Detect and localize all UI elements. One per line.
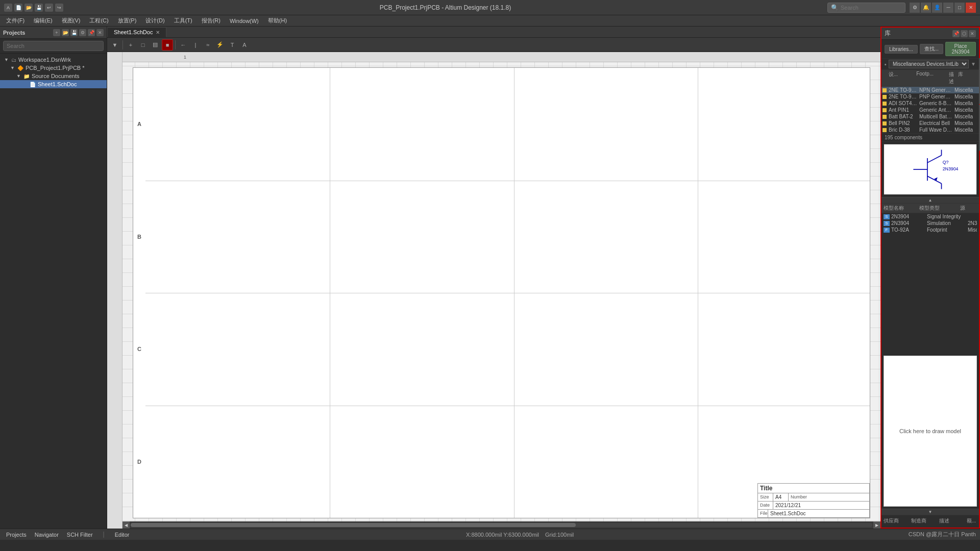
tab-bar: Sheet1.SchDoc ✕	[107, 27, 880, 38]
close-btn[interactable]: ✕	[966, 3, 976, 13]
panel-pin-btn[interactable]: 📌	[88, 29, 95, 36]
menu-window[interactable]: Window(W)	[226, 17, 263, 25]
minimize-btn[interactable]: ─	[943, 3, 953, 13]
lib-row-1-desc: PNP General Purp	[918, 94, 953, 99]
ruler-horizontal: 1	[122, 52, 880, 62]
status-tab-sch-filter[interactable]: SCH Filter	[65, 531, 95, 539]
add-figure-btn[interactable]: A	[239, 39, 250, 51]
menu-report[interactable]: 报告(R)	[198, 16, 225, 26]
tb-file-row: File Sheet1.SchDoc	[758, 510, 869, 517]
menu-project[interactable]: 工程(C)	[85, 16, 112, 26]
h-scrollbar-thumb[interactable]	[131, 523, 576, 527]
new-icon[interactable]: 📄	[14, 4, 22, 12]
scroll-down-arrow[interactable]: ▼	[881, 509, 979, 515]
v-div-3	[698, 68, 698, 518]
status-tab-projects[interactable]: Projects	[4, 531, 29, 539]
add-text-btn[interactable]: T	[227, 39, 238, 51]
lib-row-3[interactable]: Ant PIN1 Generic Antenna Miscella	[881, 107, 979, 113]
model-col-name: 模型名称	[884, 205, 919, 212]
library-select[interactable]: Miscellaneous Devices.IntLib	[889, 60, 969, 68]
lib-row-5[interactable]: Bell PIN2 Electrical Bell Miscella	[881, 120, 979, 127]
lib-more-btn[interactable]: ▼	[971, 61, 976, 67]
tab-close-icon[interactable]: ✕	[156, 30, 160, 35]
h-scrollbar-track[interactable]	[131, 523, 872, 527]
panel-close-btn[interactable]: ✕	[96, 29, 104, 36]
panel-save-btn[interactable]: 💾	[70, 29, 78, 36]
undo-icon[interactable]: ↩	[45, 4, 53, 12]
settings-btn[interactable]: ⚙	[910, 3, 920, 13]
add-net-btn[interactable]: ▤	[150, 39, 161, 51]
menu-edit[interactable]: 编辑(E)	[30, 16, 57, 26]
panel-new-btn[interactable]: +	[53, 29, 60, 36]
menu-help[interactable]: 帮助(H)	[264, 16, 291, 26]
scroll-left-btn[interactable]: ◀	[122, 521, 130, 529]
lib-panel-pin-btn[interactable]: 📌	[952, 30, 960, 37]
lib-row-5-lib: Miscella	[953, 120, 979, 126]
model-cell-2-name: TO-92A	[891, 227, 927, 233]
schematic-area[interactable]: 1 A B C D	[107, 52, 880, 529]
search-btn[interactable]: 查找...	[920, 44, 943, 54]
status-tab-editor[interactable]: Editor	[113, 531, 132, 539]
add-bus-btn[interactable]: □	[137, 39, 149, 51]
filter-btn[interactable]: ▼	[109, 39, 120, 51]
highlight-btn[interactable]: ■	[162, 39, 173, 51]
model-row-2[interactable]: F TO-92A Footprint Miscellaneous E	[881, 227, 979, 233]
lib-row-4[interactable]: Batt BAT-2 Multicell Battery Miscella	[881, 113, 979, 120]
status-sep: |	[103, 531, 105, 539]
tree-project[interactable]: ▼ 🔶 PCB_Project1.PrjPCB *	[0, 64, 107, 72]
lib-row-4-lib: Miscella	[953, 114, 979, 119]
title-search-box[interactable]: 🔍	[827, 3, 905, 13]
lib-row-2[interactable]: ADI SOT403 Generic 8-Bit A/D Miscella	[881, 100, 979, 107]
panel-controls: + 📂 💾 ⚙ 📌 ✕	[53, 29, 104, 36]
h-scrollbar[interactable]: ◀ ▶	[122, 521, 880, 529]
tb-size-label: Size	[758, 493, 773, 501]
libraries-btn[interactable]: Libraries...	[885, 45, 918, 54]
menu-tools[interactable]: 工具(T)	[170, 16, 197, 26]
library-panel-title: 库	[885, 29, 891, 38]
status-tabs: Projects Navigator SCH Filter	[4, 531, 95, 539]
menu-file[interactable]: 文件(F)	[2, 16, 29, 26]
tree-workspace[interactable]: ▼ 🗂 Workspace1.DsnWrk	[0, 56, 107, 64]
lib-row-5-desc: Electrical Bell	[918, 120, 953, 126]
menu-place[interactable]: 放置(P)	[114, 16, 141, 26]
add-no-erc-btn[interactable]: ≈	[202, 39, 213, 51]
title-search-input[interactable]	[841, 5, 902, 11]
add-junction-btn[interactable]: |	[190, 39, 201, 51]
project-icon: 🔶	[17, 65, 23, 71]
lib-row-6[interactable]: Bric D-38 Full Wave Diode B Miscella	[881, 127, 979, 133]
place-btn[interactable]: Place 2N3904	[945, 42, 976, 56]
notification-btn[interactable]: 🔔	[921, 3, 931, 13]
lib-panel-close-btn[interactable]: ✕	[969, 30, 976, 37]
user-btn[interactable]: 👤	[932, 3, 942, 13]
add-wire-btn[interactable]: +	[125, 39, 136, 51]
maximize-btn[interactable]: □	[954, 3, 965, 13]
save-icon[interactable]: 💾	[35, 4, 43, 12]
tree-sheet[interactable]: 📄 Sheet1.SchDoc	[0, 80, 107, 88]
scroll-right-btn[interactable]: ▶	[873, 521, 880, 529]
supplier-section: 供应商 制造商 描述 额...	[881, 515, 979, 528]
scroll-up-arrow[interactable]: ▲	[881, 197, 979, 203]
add-power-btn[interactable]: ⚡	[214, 39, 226, 51]
tb-file-label: File	[758, 510, 768, 517]
menu-design[interactable]: 设计(D)	[141, 16, 168, 26]
status-tab-navigator[interactable]: Navigator	[33, 531, 61, 539]
lib-row-1[interactable]: 2NE TO-92A PNP General Purp Miscella	[881, 93, 979, 100]
model-row-1[interactable]: S 2N3904 Simulation 2N3904.mdl	[881, 220, 979, 227]
panel-cfg-btn[interactable]: ⚙	[79, 29, 86, 36]
lib-panel-float-btn[interactable]: ⬡	[961, 30, 968, 37]
cross-probe-btn[interactable]: ←	[178, 39, 189, 51]
project-search-input[interactable]	[3, 41, 104, 51]
open-icon[interactable]: 📂	[24, 4, 33, 12]
lib-row-0[interactable]: 2NE TO-92A NPN General Purp Miscella	[881, 87, 979, 93]
redo-icon[interactable]: ↪	[55, 4, 63, 12]
tb-size-row: Size A4 Number	[758, 493, 869, 502]
panel-open-btn[interactable]: 📂	[62, 29, 69, 36]
menu-view[interactable]: 视图(V)	[58, 16, 85, 26]
tree-source-docs[interactable]: ▼ 📁 Source Documents	[0, 72, 107, 80]
library-table: 设... Footp... 描述 库 2NE TO-92A NPN Genera…	[881, 70, 979, 134]
supplier-col-manufacturer: 制造商	[911, 517, 937, 524]
draw-model-area[interactable]: Click here to draw model	[884, 356, 977, 507]
model-row-0[interactable]: S 2N3904 Signal Integrity	[881, 213, 979, 220]
menu-bar: 文件(F) 编辑(E) 视图(V) 工程(C) 放置(P) 设计(D) 工具(T…	[0, 15, 980, 27]
tab-sheet1[interactable]: Sheet1.SchDoc ✕	[107, 27, 166, 37]
